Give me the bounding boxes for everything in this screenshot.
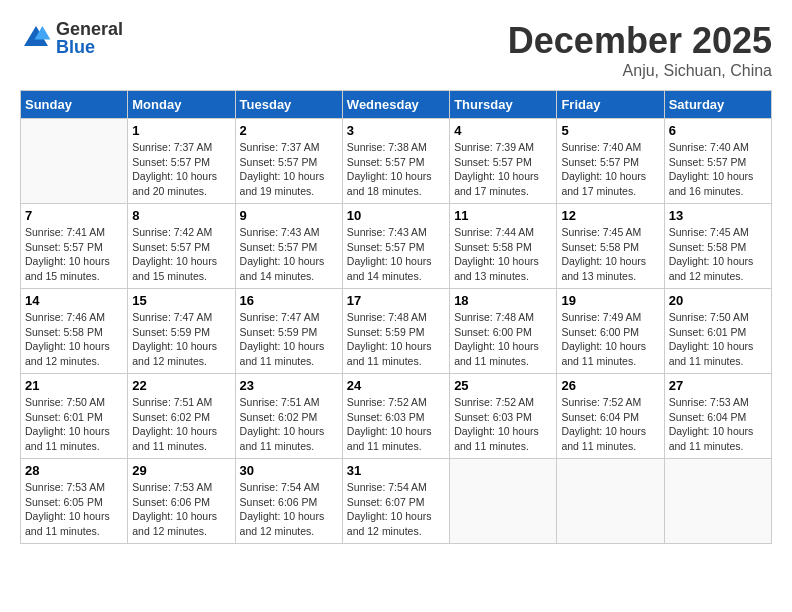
calendar-cell: 27Sunrise: 7:53 AM Sunset: 6:04 PM Dayli… — [664, 374, 771, 459]
header-row: SundayMondayTuesdayWednesdayThursdayFrid… — [21, 91, 772, 119]
day-info: Sunrise: 7:37 AM Sunset: 5:57 PM Dayligh… — [132, 140, 230, 199]
day-number: 2 — [240, 123, 338, 138]
logo-icon — [20, 22, 52, 54]
day-number: 18 — [454, 293, 552, 308]
day-info: Sunrise: 7:44 AM Sunset: 5:58 PM Dayligh… — [454, 225, 552, 284]
calendar-body: 1Sunrise: 7:37 AM Sunset: 5:57 PM Daylig… — [21, 119, 772, 544]
calendar-cell — [664, 459, 771, 544]
calendar-cell: 30Sunrise: 7:54 AM Sunset: 6:06 PM Dayli… — [235, 459, 342, 544]
day-info: Sunrise: 7:47 AM Sunset: 5:59 PM Dayligh… — [240, 310, 338, 369]
day-number: 5 — [561, 123, 659, 138]
calendar-header: SundayMondayTuesdayWednesdayThursdayFrid… — [21, 91, 772, 119]
calendar-cell — [21, 119, 128, 204]
calendar-cell: 9Sunrise: 7:43 AM Sunset: 5:57 PM Daylig… — [235, 204, 342, 289]
day-number: 13 — [669, 208, 767, 223]
day-info: Sunrise: 7:45 AM Sunset: 5:58 PM Dayligh… — [561, 225, 659, 284]
calendar-cell: 22Sunrise: 7:51 AM Sunset: 6:02 PM Dayli… — [128, 374, 235, 459]
day-number: 31 — [347, 463, 445, 478]
calendar-cell: 26Sunrise: 7:52 AM Sunset: 6:04 PM Dayli… — [557, 374, 664, 459]
day-info: Sunrise: 7:46 AM Sunset: 5:58 PM Dayligh… — [25, 310, 123, 369]
day-number: 17 — [347, 293, 445, 308]
location: Anju, Sichuan, China — [508, 62, 772, 80]
calendar-cell: 10Sunrise: 7:43 AM Sunset: 5:57 PM Dayli… — [342, 204, 449, 289]
day-info: Sunrise: 7:51 AM Sunset: 6:02 PM Dayligh… — [132, 395, 230, 454]
day-number: 4 — [454, 123, 552, 138]
calendar-cell: 13Sunrise: 7:45 AM Sunset: 5:58 PM Dayli… — [664, 204, 771, 289]
header: General Blue December 2025 Anju, Sichuan… — [20, 20, 772, 80]
day-info: Sunrise: 7:47 AM Sunset: 5:59 PM Dayligh… — [132, 310, 230, 369]
column-header-monday: Monday — [128, 91, 235, 119]
day-number: 24 — [347, 378, 445, 393]
day-info: Sunrise: 7:51 AM Sunset: 6:02 PM Dayligh… — [240, 395, 338, 454]
day-number: 22 — [132, 378, 230, 393]
day-number: 8 — [132, 208, 230, 223]
calendar-table: SundayMondayTuesdayWednesdayThursdayFrid… — [20, 90, 772, 544]
column-header-tuesday: Tuesday — [235, 91, 342, 119]
day-info: Sunrise: 7:52 AM Sunset: 6:03 PM Dayligh… — [347, 395, 445, 454]
day-number: 3 — [347, 123, 445, 138]
day-number: 6 — [669, 123, 767, 138]
week-row-3: 14Sunrise: 7:46 AM Sunset: 5:58 PM Dayli… — [21, 289, 772, 374]
day-number: 11 — [454, 208, 552, 223]
day-number: 16 — [240, 293, 338, 308]
day-number: 29 — [132, 463, 230, 478]
day-info: Sunrise: 7:43 AM Sunset: 5:57 PM Dayligh… — [347, 225, 445, 284]
day-number: 7 — [25, 208, 123, 223]
day-info: Sunrise: 7:48 AM Sunset: 5:59 PM Dayligh… — [347, 310, 445, 369]
calendar-cell: 3Sunrise: 7:38 AM Sunset: 5:57 PM Daylig… — [342, 119, 449, 204]
day-number: 1 — [132, 123, 230, 138]
day-number: 15 — [132, 293, 230, 308]
month-title: December 2025 — [508, 20, 772, 62]
calendar-cell: 29Sunrise: 7:53 AM Sunset: 6:06 PM Dayli… — [128, 459, 235, 544]
day-info: Sunrise: 7:40 AM Sunset: 5:57 PM Dayligh… — [561, 140, 659, 199]
calendar-cell: 15Sunrise: 7:47 AM Sunset: 5:59 PM Dayli… — [128, 289, 235, 374]
calendar-cell — [557, 459, 664, 544]
day-info: Sunrise: 7:52 AM Sunset: 6:04 PM Dayligh… — [561, 395, 659, 454]
day-info: Sunrise: 7:41 AM Sunset: 5:57 PM Dayligh… — [25, 225, 123, 284]
day-info: Sunrise: 7:53 AM Sunset: 6:06 PM Dayligh… — [132, 480, 230, 539]
day-info: Sunrise: 7:49 AM Sunset: 6:00 PM Dayligh… — [561, 310, 659, 369]
day-number: 21 — [25, 378, 123, 393]
day-number: 19 — [561, 293, 659, 308]
day-info: Sunrise: 7:54 AM Sunset: 6:06 PM Dayligh… — [240, 480, 338, 539]
calendar-cell: 14Sunrise: 7:46 AM Sunset: 5:58 PM Dayli… — [21, 289, 128, 374]
calendar-cell: 24Sunrise: 7:52 AM Sunset: 6:03 PM Dayli… — [342, 374, 449, 459]
calendar-cell: 6Sunrise: 7:40 AM Sunset: 5:57 PM Daylig… — [664, 119, 771, 204]
day-number: 14 — [25, 293, 123, 308]
calendar-cell: 20Sunrise: 7:50 AM Sunset: 6:01 PM Dayli… — [664, 289, 771, 374]
week-row-4: 21Sunrise: 7:50 AM Sunset: 6:01 PM Dayli… — [21, 374, 772, 459]
calendar-cell: 18Sunrise: 7:48 AM Sunset: 6:00 PM Dayli… — [450, 289, 557, 374]
week-row-1: 1Sunrise: 7:37 AM Sunset: 5:57 PM Daylig… — [21, 119, 772, 204]
logo-text: General Blue — [56, 20, 123, 56]
calendar-cell: 5Sunrise: 7:40 AM Sunset: 5:57 PM Daylig… — [557, 119, 664, 204]
week-row-2: 7Sunrise: 7:41 AM Sunset: 5:57 PM Daylig… — [21, 204, 772, 289]
column-header-friday: Friday — [557, 91, 664, 119]
column-header-saturday: Saturday — [664, 91, 771, 119]
day-info: Sunrise: 7:50 AM Sunset: 6:01 PM Dayligh… — [25, 395, 123, 454]
day-number: 12 — [561, 208, 659, 223]
day-number: 30 — [240, 463, 338, 478]
calendar-cell: 21Sunrise: 7:50 AM Sunset: 6:01 PM Dayli… — [21, 374, 128, 459]
calendar-cell: 11Sunrise: 7:44 AM Sunset: 5:58 PM Dayli… — [450, 204, 557, 289]
calendar-cell: 8Sunrise: 7:42 AM Sunset: 5:57 PM Daylig… — [128, 204, 235, 289]
day-number: 27 — [669, 378, 767, 393]
day-number: 9 — [240, 208, 338, 223]
calendar-cell: 12Sunrise: 7:45 AM Sunset: 5:58 PM Dayli… — [557, 204, 664, 289]
calendar-cell: 16Sunrise: 7:47 AM Sunset: 5:59 PM Dayli… — [235, 289, 342, 374]
day-info: Sunrise: 7:53 AM Sunset: 6:05 PM Dayligh… — [25, 480, 123, 539]
day-number: 23 — [240, 378, 338, 393]
day-info: Sunrise: 7:37 AM Sunset: 5:57 PM Dayligh… — [240, 140, 338, 199]
day-info: Sunrise: 7:38 AM Sunset: 5:57 PM Dayligh… — [347, 140, 445, 199]
day-info: Sunrise: 7:54 AM Sunset: 6:07 PM Dayligh… — [347, 480, 445, 539]
calendar-cell: 19Sunrise: 7:49 AM Sunset: 6:00 PM Dayli… — [557, 289, 664, 374]
column-header-wednesday: Wednesday — [342, 91, 449, 119]
calendar-cell: 2Sunrise: 7:37 AM Sunset: 5:57 PM Daylig… — [235, 119, 342, 204]
day-info: Sunrise: 7:43 AM Sunset: 5:57 PM Dayligh… — [240, 225, 338, 284]
day-info: Sunrise: 7:53 AM Sunset: 6:04 PM Dayligh… — [669, 395, 767, 454]
logo-general-text: General — [56, 20, 123, 38]
column-header-sunday: Sunday — [21, 91, 128, 119]
day-info: Sunrise: 7:39 AM Sunset: 5:57 PM Dayligh… — [454, 140, 552, 199]
calendar-cell: 7Sunrise: 7:41 AM Sunset: 5:57 PM Daylig… — [21, 204, 128, 289]
day-info: Sunrise: 7:42 AM Sunset: 5:57 PM Dayligh… — [132, 225, 230, 284]
day-number: 28 — [25, 463, 123, 478]
